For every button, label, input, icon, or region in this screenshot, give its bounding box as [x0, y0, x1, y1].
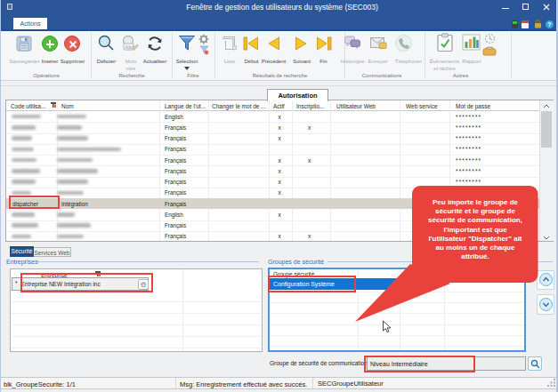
svg-text:Abc: Abc	[125, 44, 134, 50]
